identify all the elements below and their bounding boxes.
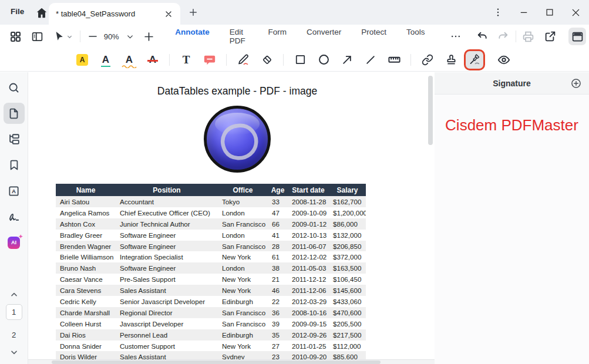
rectangle-tool[interactable] — [291, 51, 309, 69]
pdf-document-title: DataTables example - PDF - image — [28, 85, 435, 97]
measure-tool[interactable] — [385, 51, 403, 69]
bookmark-icon[interactable] — [4, 154, 25, 176]
ellipse-tool[interactable] — [315, 51, 332, 69]
table-cell: Bruno Nash — [56, 262, 116, 274]
tab-converter[interactable]: Converter — [305, 22, 342, 51]
tab-title: * table04_SetPassword — [56, 9, 164, 18]
outline-thumbnails-icon[interactable] — [4, 129, 25, 150]
table-cell: 36 — [268, 307, 288, 318]
file-menu[interactable]: File — [11, 7, 24, 16]
comment-tool[interactable] — [201, 51, 218, 69]
table-cell: 66 — [268, 218, 288, 230]
table-cell: Javascript Developer — [116, 318, 218, 329]
maximize-button[interactable] — [541, 4, 558, 21]
vertical-scrollbar[interactable] — [428, 76, 433, 145]
eraser-tool[interactable] — [258, 51, 275, 69]
table-cell: Ashton Cox — [56, 218, 116, 230]
new-tab-button[interactable] — [188, 7, 198, 18]
underline-tool[interactable]: A — [97, 51, 115, 69]
table-row: Brielle WilliamsonIntegration Specialist… — [56, 251, 366, 262]
table-row: Bradley GreerSoftware EngineerLondon4120… — [56, 230, 366, 241]
table-cell: Regional Director — [116, 307, 218, 318]
tab-edit-pdf[interactable]: Edit PDF — [228, 22, 250, 51]
previous-page-chevron-icon[interactable] — [7, 289, 21, 301]
signature-panel-header: Signature — [435, 72, 589, 95]
table-cell: San Francisco — [218, 241, 268, 252]
select-cursor-tool[interactable] — [53, 30, 66, 43]
app-menu-kebab-icon[interactable] — [489, 4, 507, 21]
print-button — [522, 30, 535, 43]
link-tool[interactable] — [419, 51, 436, 69]
left-sidebar: A AI✦ 1 2 — [0, 72, 28, 364]
underline-icon: A — [102, 55, 109, 65]
ellipse-icon — [318, 53, 330, 66]
tab-annotate[interactable]: Annotate — [174, 22, 211, 51]
undo-button[interactable] — [476, 30, 489, 43]
zoom-in-button[interactable] — [142, 30, 155, 43]
strikethrough-tool[interactable]: A — [144, 51, 161, 69]
stamp-tool[interactable] — [442, 51, 460, 69]
signature-pen-icon — [469, 53, 481, 66]
tab-close-icon[interactable] — [164, 9, 173, 19]
table-cell: $132,000 — [329, 230, 366, 241]
squiggly-underline-tool[interactable]: A — [120, 51, 138, 69]
table-cell: Sales Assistant — [116, 285, 218, 296]
pencil-tool[interactable] — [234, 51, 252, 69]
reading-layout-toggle[interactable] — [568, 28, 586, 45]
svg-text:A: A — [12, 188, 16, 194]
thumbnail-grid-icon[interactable] — [9, 30, 22, 43]
highlight-tool[interactable]: A — [73, 51, 91, 69]
table-cell: 2011-05-03 — [288, 262, 329, 274]
table-cell: Software Engineer — [116, 230, 218, 241]
table-cell: Edinburgh — [218, 329, 268, 341]
table-cell: 2008-10-16 — [288, 307, 329, 318]
saved-signature-item[interactable]: Cisdem PDFMaster — [435, 109, 589, 141]
zoom-level[interactable]: 90% — [104, 32, 119, 41]
document-tab[interactable]: * table04_SetPassword — [49, 3, 180, 25]
page-navigator: 1 2 — [6, 289, 22, 364]
more-tools-icon[interactable] — [449, 30, 462, 43]
share-export-icon[interactable] — [544, 30, 557, 43]
page-number-1[interactable]: 1 — [6, 304, 22, 320]
table-cell: Personnel Lead — [116, 329, 218, 341]
titlebar: File * table04_SetPassword — [0, 0, 589, 25]
main-toolbar: 90% Annotate Edit PDF Form Converter Pro… — [0, 25, 589, 48]
horizontal-scrollbar[interactable] — [28, 359, 435, 364]
stamp-icon — [445, 53, 457, 66]
page-number-2[interactable]: 2 — [6, 327, 22, 343]
redo-button — [497, 30, 510, 43]
table-cell: Tokyo — [218, 196, 268, 207]
minimize-button[interactable] — [515, 4, 533, 21]
table-cell: 2011-12-06 — [288, 285, 329, 296]
tab-form[interactable]: Form — [267, 22, 288, 51]
cursor-dropdown-chevron-icon[interactable] — [66, 30, 74, 43]
table-cell: Colleen Hurst — [56, 318, 116, 329]
show-hide-annotations-tool[interactable] — [495, 51, 513, 69]
table-header-cell: Start date — [288, 184, 329, 196]
add-text-tool[interactable]: T — [177, 51, 195, 69]
side-panel-toggle-icon[interactable] — [31, 30, 43, 43]
ai-assistant-icon[interactable]: AI✦ — [4, 232, 25, 253]
table-cell: 2011-01-25 — [288, 341, 329, 352]
table-cell: Angelica Ramos — [56, 207, 116, 218]
add-signature-icon[interactable] — [570, 77, 582, 89]
tab-tools[interactable]: Tools — [405, 22, 426, 51]
zoom-out-button[interactable] — [86, 30, 99, 43]
signature-tool[interactable] — [466, 51, 483, 69]
search-icon[interactable] — [4, 77, 25, 98]
signature-panel-icon[interactable] — [4, 206, 25, 227]
line-tool[interactable] — [362, 51, 379, 69]
arrow-tool[interactable] — [338, 51, 356, 69]
annotation-list-icon[interactable]: A — [4, 180, 25, 201]
next-page-chevron-icon[interactable] — [7, 346, 21, 358]
table-cell: $162,700 — [329, 196, 366, 207]
strikethrough-icon: A — [149, 55, 156, 65]
page-view-icon[interactable] — [4, 103, 25, 124]
home-icon[interactable] — [35, 6, 48, 19]
tab-protect[interactable]: Protect — [360, 22, 388, 51]
table-header-cell: Salary — [329, 184, 366, 196]
table-cell: Brenden Wagner — [56, 241, 116, 252]
document-viewport[interactable]: DataTables example - PDF - image NamePos… — [28, 72, 435, 364]
close-button[interactable] — [567, 4, 584, 21]
zoom-dropdown-chevron-icon[interactable] — [124, 30, 137, 43]
